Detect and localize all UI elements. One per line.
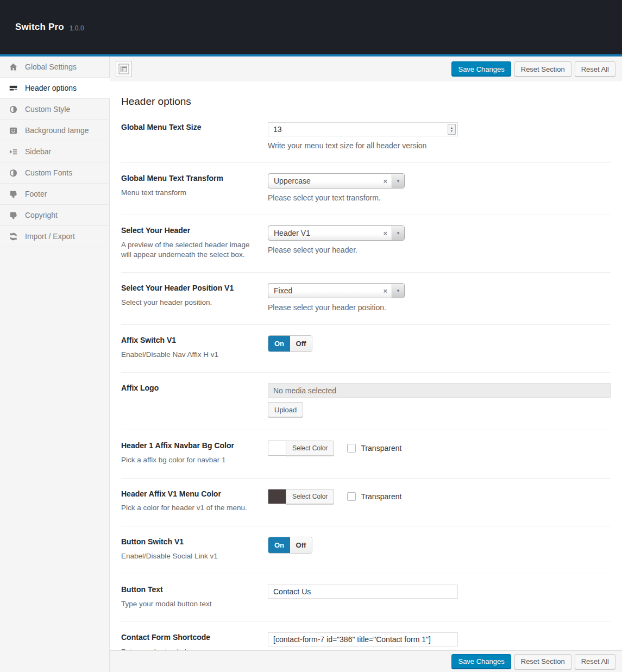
select-clear-icon[interactable]: × (379, 177, 392, 185)
field-description: Please select your text transform. (268, 193, 611, 202)
menu-text-size-input[interactable] (268, 122, 458, 136)
contrast-icon (9, 105, 18, 114)
reset-section-button-bottom[interactable]: Reset Section (514, 654, 571, 669)
field-sublabel: Enabel/Disable Nav Affix H v1 (121, 350, 254, 360)
chevron-down-icon[interactable]: ▼ (392, 284, 404, 298)
indent-icon (9, 147, 18, 156)
sidebar-item-label: Import / Export (25, 232, 75, 241)
field-row-affix-logo: Affix Logo No media selected Upload (121, 373, 611, 430)
color-picker-control: Select Color Transparent (268, 441, 611, 456)
sidebar-item-label: Header options (25, 84, 77, 92)
media-selected-field: No media selected (268, 383, 611, 398)
sidebar-item-label: Custom Style (25, 105, 70, 114)
button-text-input[interactable] (268, 585, 458, 599)
field-description: Please select your header. (268, 246, 611, 254)
field-label: Global Menu Text Size (121, 122, 254, 133)
toggle-on-button[interactable]: On (268, 537, 290, 553)
plugin-options-window: Switch Pro 1.0.0 Global Settings Header … (0, 0, 622, 672)
sidebar-item-global-settings[interactable]: Global Settings (0, 56, 109, 78)
thumb-icon (9, 190, 18, 199)
select-clear-icon[interactable]: × (379, 287, 392, 295)
sidebar-item-header-options[interactable]: Header options (0, 78, 110, 99)
chevron-down-icon[interactable]: ▼ (392, 174, 404, 188)
sidebar-item-sidebar[interactable]: Sidebar (0, 141, 109, 162)
save-changes-button[interactable]: Save Changes (451, 61, 511, 77)
button-switch-toggle: On Off (268, 537, 312, 554)
number-input-wrap: ▲ ▼ (268, 122, 458, 136)
sidebar-item-copyright[interactable]: Copyright (0, 205, 109, 226)
sidebar: Global Settings Header options Custom St… (0, 56, 110, 672)
toggle-on-button[interactable]: On (268, 336, 290, 351)
field-label: Header 1 Affix Navbar Bg Color (121, 441, 254, 451)
select-clear-icon[interactable]: × (379, 229, 392, 237)
field-label: Affix Logo (121, 383, 254, 393)
chevron-down-icon[interactable]: ▼ (392, 226, 404, 240)
field-label: Affix Switch V1 (121, 335, 254, 346)
color-swatch[interactable] (268, 441, 286, 456)
reset-all-button[interactable]: Reset All (575, 61, 615, 77)
field-sublabel: A preview of the selected header image w… (121, 240, 254, 260)
spinner-down-icon[interactable]: ▼ (450, 129, 453, 133)
toggle-off-button[interactable]: Off (290, 336, 312, 351)
settings-content: Header options Global Menu Text Size ▲ ▼ (110, 81, 622, 650)
app-header: Switch Pro 1.0.0 (0, 0, 622, 54)
select-value: Uppercase (268, 177, 379, 185)
field-row-menu-color: Header Affix V1 Menu Color Pick a color … (121, 479, 611, 526)
field-sublabel: Type your modal button text (121, 599, 254, 609)
header-position-select[interactable]: Fixed × ▼ (268, 283, 405, 298)
field-row-header-position-v1: Select Your Header Position V1 Select yo… (121, 273, 611, 325)
color-picker-control: Select Color Transparent (268, 489, 611, 504)
field-label: Header Affix V1 Menu Color (121, 489, 254, 499)
field-sublabel: Select your header position. (121, 298, 254, 307)
sync-icon (9, 232, 18, 241)
field-description: Please select your header position. (268, 303, 611, 312)
upload-button[interactable]: Upload (268, 402, 303, 417)
field-label: Button Switch V1 (121, 537, 254, 547)
select-color-button[interactable]: Select Color (286, 441, 334, 456)
checkbox-label: Transparent (361, 444, 401, 453)
header-select[interactable]: Header V1 × ▼ (268, 225, 405, 241)
field-row-select-your-header: Select Your Header A preview of the sele… (121, 215, 611, 273)
field-row-affix-switch-v1: Affix Switch V1 Enabel/Disable Nav Affix… (121, 325, 611, 373)
field-row-contact-form-shortcode: Contact Form Shortcode Put your shortcod… (121, 622, 611, 650)
select-value: Fixed (268, 286, 379, 295)
save-changes-button-bottom[interactable]: Save Changes (451, 654, 511, 669)
layout-panel-toggle-button[interactable] (116, 61, 132, 77)
color-swatch[interactable] (268, 489, 286, 504)
field-description: Write your menu text size for all header… (268, 141, 611, 150)
main-panel: Save Changes Reset Section Reset All Hea… (110, 56, 622, 672)
sidebar-item-import-export[interactable]: Import / Export (0, 226, 109, 247)
field-row-navbar-bg-color: Header 1 Affix Navbar Bg Color Pick a af… (121, 430, 611, 478)
header-icon (9, 84, 18, 93)
sidebar-item-label: Sidebar (25, 147, 51, 156)
field-row-button-text: Button Text Type your modal button text (121, 574, 611, 622)
sidebar-item-label: Global Settings (25, 62, 77, 71)
sidebar-item-background-image[interactable]: Background Iamge (0, 120, 109, 141)
toggle-off-button[interactable]: Off (290, 537, 312, 553)
field-sublabel: Menu text transform (121, 188, 254, 198)
field-label: Global Menu Text Transform (121, 173, 254, 184)
sidebar-item-footer[interactable]: Footer (0, 184, 109, 205)
select-value: Header V1 (268, 229, 379, 237)
field-label: Button Text (121, 585, 254, 595)
sidebar-item-label: Custom Fonts (25, 168, 72, 177)
transparent-checkbox[interactable] (347, 492, 356, 501)
sidebar-item-custom-fonts[interactable]: Custom Fonts (0, 162, 109, 184)
select-color-button[interactable]: Select Color (286, 489, 334, 504)
field-label: Contact Form Shortcode (121, 632, 254, 643)
transparent-checkbox[interactable] (347, 444, 356, 453)
reset-all-button-bottom[interactable]: Reset All (575, 654, 615, 669)
field-sublabel: Pick a affix bg color for navbar 1 (121, 455, 254, 465)
smiley-image-icon (9, 126, 18, 135)
shortcode-input[interactable] (268, 632, 458, 646)
reset-section-button[interactable]: Reset Section (514, 61, 571, 77)
sidebar-item-label: Copyright (25, 211, 58, 219)
sidebar-item-custom-style[interactable]: Custom Style (0, 99, 109, 120)
app-title: Switch Pro (15, 22, 64, 33)
text-transform-select[interactable]: Uppercase × ▼ (268, 173, 405, 189)
sidebar-item-label: Footer (25, 190, 47, 198)
field-label: Select Your Header Position V1 (121, 283, 254, 293)
number-spinner[interactable]: ▲ ▼ (448, 124, 456, 135)
top-toolbar: Save Changes Reset Section Reset All (110, 56, 622, 81)
affix-switch-toggle: On Off (268, 335, 312, 352)
